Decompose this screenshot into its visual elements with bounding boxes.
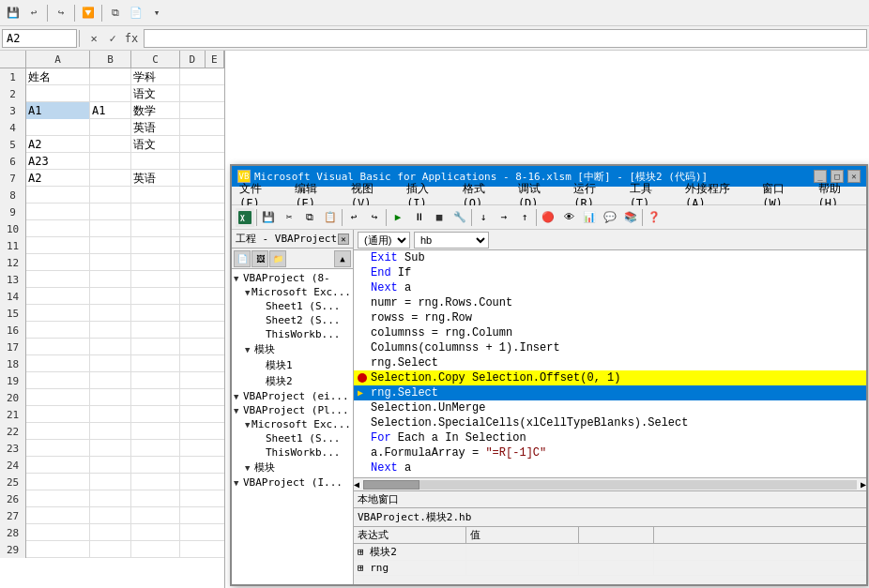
vba-watch-icon[interactable]: 👁 xyxy=(559,208,578,227)
tree-item[interactable]: ▼VBAProject (Pl... xyxy=(234,403,351,417)
tree-expand-icon[interactable]: ▼ xyxy=(234,478,243,488)
code-proc-dropdown[interactable]: hb xyxy=(414,232,489,249)
cell-c[interactable] xyxy=(131,322,180,339)
cell-b[interactable] xyxy=(90,440,131,457)
tree-item[interactable]: 模块2 xyxy=(234,373,351,389)
col-header-e[interactable]: E xyxy=(206,51,224,68)
code-line[interactable]: Selection.SpecialCells(xlCellTypeBlanks)… xyxy=(354,415,866,430)
cell-b[interactable] xyxy=(90,507,131,524)
vba-step-over-icon[interactable]: → xyxy=(495,208,513,227)
cell-c[interactable] xyxy=(131,372,180,389)
cell-c[interactable]: 语文 xyxy=(131,85,180,102)
vba-paste-icon[interactable]: 📋 xyxy=(321,208,340,227)
tree-item[interactable]: Sheet1 (S... xyxy=(234,299,351,313)
cell-c[interactable] xyxy=(131,490,180,507)
cell-b[interactable] xyxy=(90,68,131,85)
tree-expand-icon[interactable]: ▼ xyxy=(234,406,243,415)
vba-help-icon[interactable]: ❓ xyxy=(645,208,663,227)
cell-c[interactable]: 学科 xyxy=(131,68,180,85)
cell-c[interactable] xyxy=(131,524,180,541)
vba-locals-icon[interactable]: 📊 xyxy=(580,208,599,227)
cell-a[interactable] xyxy=(26,490,90,507)
vba-step-out-icon[interactable]: ↑ xyxy=(515,208,534,227)
code-line[interactable]: Range(Cells(rowss, columnss + 1), Cells(… xyxy=(354,475,866,477)
cell-a[interactable] xyxy=(26,355,90,372)
cell-a[interactable]: A2 xyxy=(26,136,90,153)
cell-c[interactable] xyxy=(131,237,180,254)
cell-b[interactable] xyxy=(90,204,131,220)
code-line[interactable]: rowss = rng.Row xyxy=(354,310,866,325)
save-icon[interactable]: 💾 xyxy=(4,4,23,23)
cell-b[interactable] xyxy=(90,389,131,406)
code-line[interactable]: End If xyxy=(354,265,866,280)
tree-expand-icon[interactable]: ▼ xyxy=(234,392,243,401)
undo-icon[interactable]: ↩ xyxy=(24,4,43,23)
code-line[interactable]: columnss = rng.Column xyxy=(354,325,866,340)
tree-item[interactable]: ThisWorkb... xyxy=(234,327,351,341)
cell-c[interactable] xyxy=(131,457,180,474)
cell-b[interactable] xyxy=(90,271,131,288)
code-line[interactable]: a.FormulaArray = "=R[-1]C" xyxy=(354,445,866,460)
proj-scroll-up[interactable]: ▲ xyxy=(334,250,351,267)
cell-a[interactable] xyxy=(26,372,90,389)
tree-expand-icon[interactable]: ▼ xyxy=(245,288,252,297)
project-close-btn[interactable]: ✕ xyxy=(338,234,349,245)
cell-a[interactable] xyxy=(26,423,90,440)
code-line[interactable]: Columns(columnss + 1).Insert xyxy=(354,340,866,355)
name-box[interactable]: A2 xyxy=(2,29,77,48)
proj-view-form-btn[interactable]: 🖼 xyxy=(252,250,268,267)
cell-c[interactable] xyxy=(131,288,180,305)
cell-b[interactable] xyxy=(90,305,131,322)
vba-tb-excel-icon[interactable]: X xyxy=(236,208,254,227)
cell-a[interactable] xyxy=(26,440,90,457)
vba-undo-icon[interactable]: ↩ xyxy=(344,208,363,227)
vba-design-icon[interactable]: 🔧 xyxy=(450,208,469,227)
cell-b[interactable] xyxy=(90,85,131,102)
code-line[interactable]: Exit Sub xyxy=(354,250,866,265)
tree-item[interactable]: ▼VBAProject (I... xyxy=(234,475,351,490)
cell-c[interactable]: 数学 xyxy=(131,102,180,119)
cell-b[interactable] xyxy=(90,457,131,474)
cell-a[interactable] xyxy=(26,187,90,204)
copy2-icon[interactable]: 📄 xyxy=(127,4,145,23)
cell-b[interactable] xyxy=(90,423,131,440)
vba-pause-icon[interactable]: ⏸ xyxy=(409,208,428,227)
vba-redo-icon[interactable]: ↪ xyxy=(365,208,384,227)
cell-b[interactable] xyxy=(90,355,131,372)
cell-b[interactable] xyxy=(90,119,131,136)
code-line[interactable]: Selection.UnMerge xyxy=(354,400,866,415)
proj-view-code-btn[interactable]: 📄 xyxy=(234,250,251,267)
code-line[interactable]: ▶ rng.Select xyxy=(354,385,866,400)
cell-b[interactable] xyxy=(90,237,131,254)
scroll-right-btn[interactable]: ▶ xyxy=(861,479,866,490)
cell-c[interactable] xyxy=(131,153,180,170)
code-line[interactable]: rng.Select xyxy=(354,355,866,370)
cell-b[interactable] xyxy=(90,490,131,507)
code-line[interactable]: Next a xyxy=(354,460,866,475)
cell-b[interactable] xyxy=(90,339,131,355)
cell-c[interactable]: 英语 xyxy=(131,119,180,136)
tree-expand-icon[interactable]: ▼ xyxy=(245,420,252,430)
scroll-left-btn[interactable]: ◀ xyxy=(354,479,359,490)
cell-a[interactable] xyxy=(26,339,90,355)
cell-a[interactable]: A23 xyxy=(26,153,90,170)
scrollbar-thumb[interactable] xyxy=(363,480,419,490)
cell-b[interactable] xyxy=(90,170,131,187)
cell-c[interactable] xyxy=(131,474,180,490)
vba-step-in-icon[interactable]: ↓ xyxy=(474,208,493,227)
cell-b[interactable] xyxy=(90,474,131,490)
tree-item[interactable]: ▼模块 xyxy=(234,460,351,475)
tree-item[interactable]: ▼VBAProject (ei... xyxy=(234,389,351,403)
cell-a[interactable]: A1 xyxy=(26,102,90,119)
cell-c[interactable] xyxy=(131,220,180,237)
cell-c[interactable] xyxy=(131,389,180,406)
cell-c[interactable] xyxy=(131,305,180,322)
code-object-dropdown[interactable]: (通用) xyxy=(358,232,410,249)
cell-c[interactable] xyxy=(131,254,180,271)
cell-a[interactable] xyxy=(26,288,90,305)
cell-c[interactable]: 语文 xyxy=(131,136,180,153)
vba-callstack-icon[interactable]: 📚 xyxy=(621,208,640,227)
col-header-a[interactable]: A xyxy=(26,51,90,68)
tree-item[interactable]: Sheet1 (S... xyxy=(234,431,351,445)
cell-a[interactable] xyxy=(26,322,90,339)
